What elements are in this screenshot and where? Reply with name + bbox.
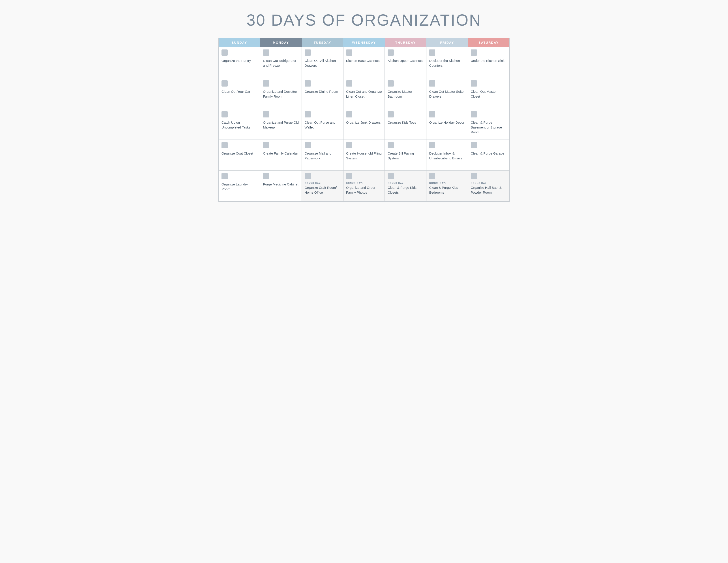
day-number-box xyxy=(429,80,435,86)
day-cell: Organize and Declutter Family Room xyxy=(260,78,302,109)
day-number-box xyxy=(388,142,394,148)
day-number-box xyxy=(221,173,228,179)
task-text: Declutter the Kitchen Counters xyxy=(429,58,465,68)
day-cell: Organize the Pantry xyxy=(219,47,260,78)
day-number-box xyxy=(471,80,477,86)
day-cell: BONUS DAY:Clean & Purge Kids Closets xyxy=(385,171,426,201)
day-cell: Declutter Inbox & Unsubscribe to Emails xyxy=(426,140,468,171)
task-text: Declutter Inbox & Unsubscribe to Emails xyxy=(429,151,465,161)
header-sunday: SUNDAY xyxy=(219,38,260,47)
day-cell: BONUS DAY:Organize and Order Family Phot… xyxy=(343,171,385,201)
day-cell: BONUS DAY:Organize Craft Room/ Home Offi… xyxy=(302,171,343,201)
bonus-label: BONUS DAY: xyxy=(471,182,507,184)
task-text: Organize Mail and Paperwork xyxy=(305,151,340,161)
day-cell: Kitchen Upper Cabinets xyxy=(385,47,426,78)
task-text: Organize Hall Bath & Powder Room xyxy=(471,185,507,195)
day-number-box xyxy=(305,142,311,148)
task-text: Purge Medicine Cabinet xyxy=(263,182,299,187)
day-number-box xyxy=(305,173,311,179)
task-text: Clean Out Master Closet xyxy=(471,89,507,99)
day-cell: Organize Dining Room xyxy=(302,78,343,109)
day-number-box xyxy=(471,173,477,179)
header-thursday: THURSDAY xyxy=(385,38,426,47)
task-text: Organize and Declutter Family Room xyxy=(263,89,299,99)
header-saturday: SATURDAY xyxy=(468,38,509,47)
day-cell: Clean Out and Organize Linen Closet xyxy=(343,78,385,109)
day-number-box xyxy=(263,173,269,179)
header-monday: MONDAY xyxy=(260,38,302,47)
task-text: Clean Out Your Car xyxy=(221,89,257,94)
day-number-box xyxy=(346,49,352,56)
day-number-box xyxy=(221,80,228,86)
day-cell: Create Household Filing System xyxy=(343,140,385,171)
task-text: Organize Laundry Room xyxy=(221,182,257,192)
bonus-label: BONUS DAY: xyxy=(346,182,382,184)
day-cell: Clean Out Your Car xyxy=(219,78,260,109)
day-number-box xyxy=(471,49,477,56)
day-number-box xyxy=(471,142,477,148)
day-cell: Clean Out Purse and Wallet xyxy=(302,109,343,140)
day-number-box xyxy=(305,80,311,86)
task-text: Organize Kids Toys xyxy=(388,120,423,125)
task-text: Kitchen Upper Cabinets xyxy=(388,58,423,63)
day-number-box xyxy=(429,173,435,179)
day-number-box xyxy=(346,111,352,117)
day-cell: Kitchen Base Cabinets xyxy=(343,47,385,78)
calendar-grid: Organize the PantryClean Out Refrigerato… xyxy=(219,47,509,201)
calendar: SUNDAYMONDAYTUESDAYWEDNESDAYTHURSDAYFRID… xyxy=(218,38,510,202)
bonus-label: BONUS DAY: xyxy=(305,182,340,184)
day-number-box xyxy=(388,111,394,117)
day-cell: Declutter the Kitchen Counters xyxy=(426,47,468,78)
task-text: Organize and Order Family Photos xyxy=(346,185,382,195)
day-cell: Organize Master Bathroom xyxy=(385,78,426,109)
task-text: Clean & Purge Kids Closets xyxy=(388,185,423,195)
task-text: Under the Kitchen Sink xyxy=(471,58,507,63)
task-text: Catch Up on Uncompleted Tasks xyxy=(221,120,257,130)
task-text: Organize the Pantry xyxy=(221,58,257,63)
task-text: Organize and Purge Old Makeup xyxy=(263,120,299,130)
task-text: Create Household Filing System xyxy=(346,151,382,161)
day-number-box xyxy=(305,111,311,117)
day-number-box xyxy=(388,49,394,56)
day-number-box xyxy=(221,142,228,148)
day-cell: Clean & Purge Garage xyxy=(468,140,509,171)
day-cell: Organize Junk Drawers xyxy=(343,109,385,140)
day-cell: Organize Laundry Room xyxy=(219,171,260,201)
day-cell: Purge Medicine Cabinet xyxy=(260,171,302,201)
task-text: Organize Coat Closet xyxy=(221,151,257,156)
day-cell: Organize Coat Closet xyxy=(219,140,260,171)
day-number-box xyxy=(305,49,311,56)
day-cell: BONUS DAY:Organize Hall Bath & Powder Ro… xyxy=(468,171,509,201)
day-cell: BONUS DAY:Clean & Purge Kids Bedrooms xyxy=(426,171,468,201)
task-text: Kitchen Base Cabinets xyxy=(346,58,382,63)
day-cell: Clean Out Master Suite Drawers xyxy=(426,78,468,109)
header-friday: FRIDAY xyxy=(426,38,468,47)
task-text: Clean Out Refrigerator and Freezer xyxy=(263,58,299,68)
day-cell: Create Family Calendar xyxy=(260,140,302,171)
task-text: Clean Out and Organize Linen Closet xyxy=(346,89,382,99)
day-cell: Under the Kitchen Sink xyxy=(468,47,509,78)
day-cell: Clean Out Master Closet xyxy=(468,78,509,109)
day-number-box xyxy=(263,80,269,86)
task-text: Create Family Calendar xyxy=(263,151,299,156)
bonus-label: BONUS DAY: xyxy=(429,182,465,184)
day-number-box xyxy=(221,49,228,56)
task-text: Organize Master Bathroom xyxy=(388,89,423,99)
day-number-box xyxy=(388,80,394,86)
day-cell: Clean & Purge Basement or Storage Room xyxy=(468,109,509,140)
day-number-box xyxy=(429,111,435,117)
header-wednesday: WEDNESDAY xyxy=(343,38,385,47)
calendar-header: SUNDAYMONDAYTUESDAYWEDNESDAYTHURSDAYFRID… xyxy=(219,38,509,47)
task-text: Clean & Purge Garage xyxy=(471,151,507,156)
day-cell: Clean Out All Kitchen Drawers xyxy=(302,47,343,78)
task-text: Organize Junk Drawers xyxy=(346,120,382,125)
header-tuesday: TUESDAY xyxy=(302,38,343,47)
task-text: Clean & Purge Kids Bedrooms xyxy=(429,185,465,195)
task-text: Clean Out All Kitchen Drawers xyxy=(305,58,340,68)
day-number-box xyxy=(346,80,352,86)
day-cell: Create Bill Paying System xyxy=(385,140,426,171)
day-cell: Catch Up on Uncompleted Tasks xyxy=(219,109,260,140)
task-text: Clean & Purge Basement or Storage Room xyxy=(471,120,507,134)
day-number-box xyxy=(346,173,352,179)
day-number-box xyxy=(221,111,228,117)
